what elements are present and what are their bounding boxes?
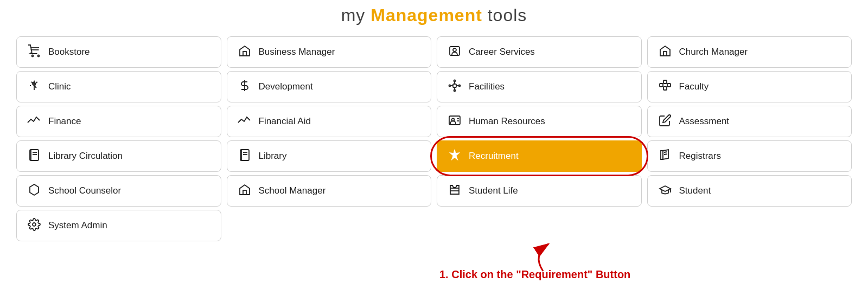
- library-item[interactable]: Library: [227, 140, 432, 172]
- library-icon: [237, 149, 252, 164]
- system-admin-icon: [27, 218, 42, 233]
- svg-rect-15: [243, 190, 246, 195]
- church-manager-item[interactable]: Church Manager: [647, 36, 852, 68]
- library-circulation-item[interactable]: Library Circulation: [16, 140, 221, 172]
- facilities-icon: [447, 79, 462, 94]
- page-title: my Management tools: [11, 5, 857, 25]
- school-counselor-item[interactable]: School Counselor: [16, 175, 221, 207]
- financial-aid-item[interactable]: Financial Aid: [227, 106, 432, 137]
- business-manager-icon: [237, 44, 252, 60]
- system-admin-label: System Admin: [48, 220, 107, 231]
- annotation-container: 1. Click on the "Requirement" Button: [11, 239, 857, 281]
- recruitment-label: Recruitment: [469, 151, 519, 162]
- facilities-label: Facilities: [469, 81, 505, 92]
- assessment-label: Assessment: [679, 116, 730, 127]
- arrow-svg: [510, 239, 576, 274]
- faculty-item[interactable]: Faculty: [647, 71, 852, 102]
- library-circulation-label: Library Circulation: [48, 151, 123, 162]
- school-counselor-icon: [27, 183, 42, 198]
- library-circulation-icon: [27, 149, 42, 164]
- career-services-label: Career Services: [469, 47, 535, 57]
- clinic-label: Clinic: [48, 81, 71, 92]
- church-manager-icon: [658, 44, 673, 60]
- bookstore-item[interactable]: Bookstore: [16, 36, 221, 68]
- faculty-icon: [658, 79, 673, 94]
- facilities-item[interactable]: Facilities: [437, 71, 642, 102]
- registrars-icon: [658, 149, 673, 164]
- title-highlight: Management: [371, 5, 482, 25]
- faculty-label: Faculty: [679, 81, 709, 92]
- title-post: tools: [482, 5, 527, 25]
- column-2: Business Manager Development Financia: [227, 36, 432, 241]
- assessment-icon: [658, 114, 673, 129]
- svg-line-39: [664, 154, 667, 155]
- svg-rect-11: [243, 52, 246, 56]
- bookstore-label: Bookstore: [48, 47, 90, 57]
- svg-rect-35: [663, 80, 667, 83]
- recruitment-wrapper: Recruitment: [437, 140, 642, 172]
- school-manager-icon: [237, 183, 252, 198]
- bookstore-icon: [27, 44, 42, 60]
- recruitment-icon: [447, 149, 462, 164]
- column-1: Bookstore Clinic: [16, 36, 221, 241]
- assessment-item[interactable]: Assessment: [647, 106, 852, 137]
- annotation-inner: 1. Click on the "Requirement" Button: [456, 239, 630, 281]
- finance-item[interactable]: Finance: [16, 106, 221, 137]
- student-label: Student: [679, 185, 711, 196]
- svg-point-0: [32, 55, 34, 57]
- student-icon: [658, 183, 673, 198]
- business-manager-label: Business Manager: [259, 47, 335, 57]
- page-wrapper: my Management tools Bookstore: [0, 0, 868, 302]
- development-icon: [237, 79, 252, 94]
- svg-point-1: [38, 55, 40, 57]
- finance-icon: [27, 115, 42, 128]
- svg-line-38: [664, 152, 667, 152]
- instruction-label: 1. Click on the "Requirement" Button: [439, 268, 630, 281]
- school-manager-item[interactable]: School Manager: [227, 175, 432, 207]
- student-item[interactable]: Student: [647, 175, 852, 207]
- human-resources-icon: [447, 114, 462, 129]
- development-item[interactable]: Development: [227, 71, 432, 102]
- registrars-item[interactable]: Registrars: [647, 140, 852, 172]
- recruitment-item[interactable]: Recruitment: [437, 140, 642, 172]
- title-pre: my: [341, 5, 371, 25]
- financial-aid-icon: [237, 115, 252, 128]
- student-life-label: Student Life: [469, 185, 518, 196]
- svg-rect-36: [667, 83, 671, 87]
- tools-grid: Bookstore Clinic: [11, 36, 857, 241]
- business-manager-item[interactable]: Business Manager: [227, 36, 432, 68]
- svg-point-10: [33, 223, 36, 226]
- svg-rect-34: [660, 83, 663, 87]
- finance-label: Finance: [48, 116, 81, 127]
- svg-rect-37: [663, 87, 667, 90]
- school-counselor-label: School Counselor: [48, 185, 121, 196]
- library-label: Library: [259, 151, 287, 162]
- development-label: Development: [259, 81, 313, 92]
- career-services-item[interactable]: Career Services: [437, 36, 642, 68]
- student-life-item[interactable]: Student Life: [437, 175, 642, 207]
- financial-aid-label: Financial Aid: [259, 116, 311, 127]
- career-services-icon: [447, 44, 462, 60]
- human-resources-label: Human Resources: [469, 116, 545, 127]
- human-resources-item[interactable]: Human Resources: [437, 106, 642, 137]
- clinic-icon: [27, 79, 42, 94]
- svg-point-17: [453, 48, 456, 52]
- svg-rect-18: [453, 84, 456, 87]
- clinic-item[interactable]: Clinic: [16, 71, 221, 102]
- system-admin-item[interactable]: System Admin: [16, 210, 221, 241]
- registrars-label: Registrars: [679, 151, 721, 162]
- church-manager-label: Church Manager: [679, 47, 748, 57]
- column-4: Church Manager Faculty: [647, 36, 852, 241]
- column-3: Career Services Facil: [437, 36, 642, 241]
- svg-rect-33: [663, 52, 667, 56]
- student-life-icon: [447, 183, 462, 198]
- school-manager-label: School Manager: [259, 185, 326, 196]
